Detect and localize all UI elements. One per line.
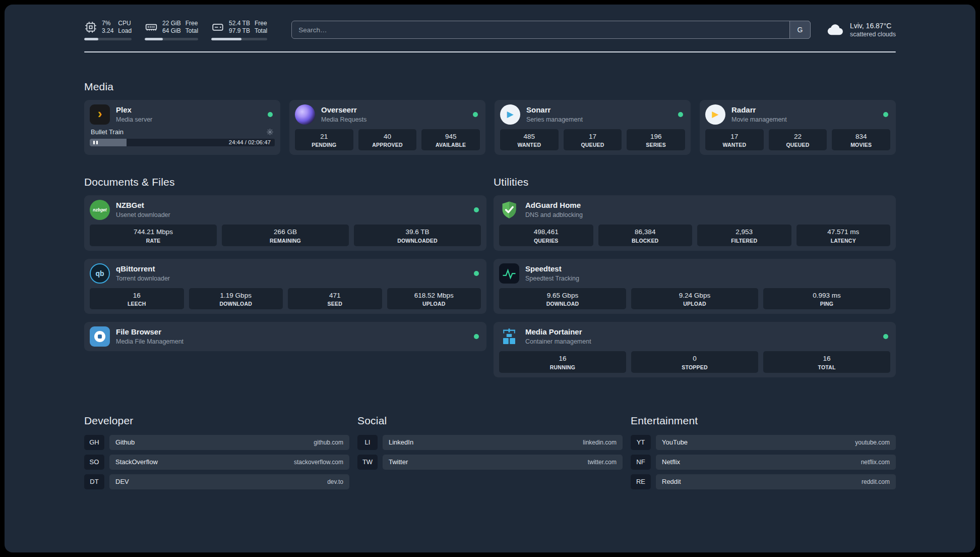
- stat-label: REMAINING: [224, 238, 347, 244]
- stat-label: LEECH: [92, 301, 182, 307]
- disk-icon: [211, 21, 224, 34]
- memory-labels: Free Total: [186, 20, 198, 35]
- service-description: Media server: [116, 116, 152, 124]
- stat-label: PING: [765, 301, 888, 307]
- bookmark-domain: linkedin.com: [583, 439, 617, 446]
- status-dot: [474, 207, 479, 212]
- bookmark-domain: github.com: [314, 439, 343, 446]
- service-link-portainer[interactable]: Media Portainer Container management: [499, 326, 890, 347]
- stat-running: 16 RUNNING: [499, 351, 626, 373]
- stat-value: 266 GB: [224, 228, 347, 237]
- stat-filtered: 2,953 FILTERED: [697, 225, 791, 246]
- section-title-documents: Documents & Files: [84, 176, 486, 188]
- weather-condition: scattered clouds: [850, 30, 896, 38]
- service-link-filebrowser[interactable]: File Browser Media File Management: [90, 326, 481, 347]
- service-link-speedtest[interactable]: Speedtest Speedtest Tracking: [499, 263, 890, 284]
- bookmark-name: Twitter: [389, 458, 408, 466]
- stat-ping: 0.993 ms PING: [763, 288, 890, 310]
- status-dot: [473, 112, 478, 117]
- stat-value: 21: [297, 132, 351, 141]
- stat-download: 1.19 Gbps DOWNLOAD: [189, 288, 283, 310]
- stat-label: FILTERED: [699, 238, 789, 244]
- stat-value: 39.6 TB: [356, 228, 479, 237]
- section-title-entertainment: Entertainment: [631, 415, 896, 427]
- bookmark-stackoverflow[interactable]: SO StackOverflow stackoverflow.com: [84, 455, 349, 470]
- service-link-qbittorrent[interactable]: qb qBittorrent Torrent downloader: [90, 263, 481, 284]
- homepage-dashboard: 7% 3.24 CPU Load 22 GiB 64 GiB: [5, 5, 975, 552]
- status-dot: [474, 271, 479, 276]
- pause-icon[interactable]: [93, 141, 98, 144]
- divider: [84, 51, 896, 52]
- stat-label: WANTED: [707, 142, 762, 148]
- bookmark-netflix[interactable]: NF Netflix netflix.com: [631, 455, 896, 470]
- service-link-plex[interactable]: › Plex Media server: [90, 104, 275, 125]
- service-name: Sonarr: [526, 105, 583, 115]
- stat-label: SERIES: [629, 142, 683, 148]
- service-name: Plex: [116, 105, 152, 115]
- sonarr-icon: ▶: [500, 104, 520, 125]
- bookmark-linkedin[interactable]: LI LinkedIn linkedin.com: [357, 435, 623, 450]
- service-link-sonarr[interactable]: ▶ Sonarr Series management: [500, 104, 685, 125]
- stat-label: QUEUED: [566, 142, 620, 148]
- bookmark-dev[interactable]: DT DEV dev.to: [84, 474, 349, 489]
- bookmark-github[interactable]: GH Github github.com: [84, 435, 349, 450]
- service-card-overseerr: Overseerr Media Requests 21 PENDING 40 A…: [289, 100, 485, 155]
- bookmark-twitter[interactable]: TW Twitter twitter.com: [357, 455, 623, 470]
- service-card-filebrowser: File Browser Media File Management: [84, 322, 486, 351]
- section-title-social: Social: [357, 415, 623, 427]
- overseerr-icon: [295, 104, 315, 125]
- stat-label: APPROVED: [360, 142, 415, 148]
- bookmark-domain: reddit.com: [862, 478, 890, 485]
- portainer-icon: [499, 326, 519, 347]
- stat-label: PENDING: [297, 142, 351, 148]
- stat-value: 16: [92, 291, 182, 300]
- stat-label: LATENCY: [799, 238, 889, 244]
- bookmark-domain: youtube.com: [855, 439, 890, 446]
- stat-label: DOWNLOADED: [356, 238, 479, 244]
- resource-widget-disk: 52.4 TB 97.9 TB Free Total: [211, 20, 267, 40]
- service-description: Usenet downloader: [116, 211, 170, 219]
- stat-queued: 17 QUEUED: [564, 129, 622, 151]
- service-card-nzbget: nzbget NZBGet Usenet downloader 744.21 M…: [84, 195, 486, 251]
- bookmark-abbr: YT: [631, 435, 651, 450]
- gear-icon[interactable]: [266, 128, 274, 136]
- stat-label: TOTAL: [765, 364, 888, 370]
- search-input[interactable]: [291, 21, 811, 39]
- stat-value: 744.21 Mbps: [92, 228, 215, 237]
- cloud-icon: [826, 20, 845, 39]
- search-provider-button[interactable]: G: [789, 21, 811, 39]
- stat-rate: 744.21 Mbps RATE: [90, 225, 217, 246]
- stat-wanted: 17 WANTED: [705, 129, 764, 151]
- stat-value: 17: [566, 132, 620, 141]
- service-link-radarr[interactable]: ▶ Radarr Movie management: [705, 104, 890, 125]
- service-card-qbittorrent: qb qBittorrent Torrent downloader 16 LEE…: [84, 259, 486, 314]
- stat-approved: 40 APPROVED: [358, 129, 417, 151]
- stat-wanted: 485 WANTED: [500, 129, 559, 151]
- stat-blocked: 86,384 BLOCKED: [598, 225, 693, 246]
- service-link-nzbget[interactable]: nzbget NZBGet Usenet downloader: [90, 200, 481, 220]
- stat-series: 196 SERIES: [627, 129, 685, 151]
- disk-usage-bar: [211, 38, 267, 40]
- bookmark-name: DEV: [115, 478, 129, 485]
- bookmark-youtube[interactable]: YT YouTube youtube.com: [631, 435, 896, 450]
- section-title-media: Media: [84, 81, 896, 93]
- bookmark-abbr: RE: [631, 474, 651, 489]
- stat-pending: 21 PENDING: [295, 129, 353, 151]
- bookmark-reddit[interactable]: RE Reddit reddit.com: [631, 474, 896, 489]
- disk-values: 52.4 TB 97.9 TB: [229, 20, 250, 35]
- stat-downloaded: 39.6 TB DOWNLOADED: [354, 225, 481, 246]
- service-description: Movie management: [731, 116, 787, 124]
- weather-widget: Lviv, 16.87°C scattered clouds: [826, 20, 896, 39]
- memory-icon: [145, 21, 158, 34]
- playback-progress-bar[interactable]: 24:44 / 02:06:47: [90, 139, 275, 146]
- service-link-adguard[interactable]: AdGuard Home DNS and adblocking: [499, 200, 890, 220]
- bookmark-domain: netflix.com: [861, 459, 890, 466]
- service-link-overseerr[interactable]: Overseerr Media Requests: [295, 104, 480, 125]
- stat-stopped: 0 STOPPED: [631, 351, 758, 373]
- weather-location: Lviv, 16.87°C: [850, 21, 896, 30]
- stat-label: UPLOAD: [389, 301, 479, 307]
- status-dot: [474, 334, 479, 339]
- stat-value: 86,384: [600, 228, 691, 237]
- stat-value: 9.24 Gbps: [633, 291, 756, 300]
- stat-label: BLOCKED: [600, 238, 691, 244]
